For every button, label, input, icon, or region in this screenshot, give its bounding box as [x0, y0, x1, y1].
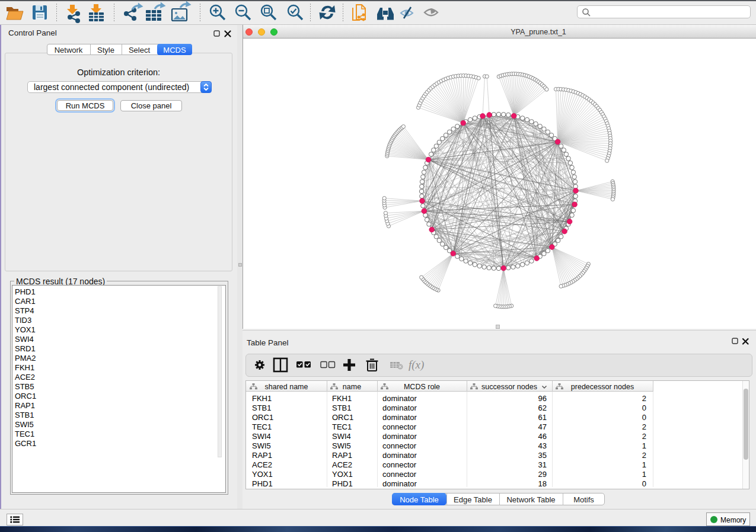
svg-text:f(x): f(x): [409, 358, 424, 371]
